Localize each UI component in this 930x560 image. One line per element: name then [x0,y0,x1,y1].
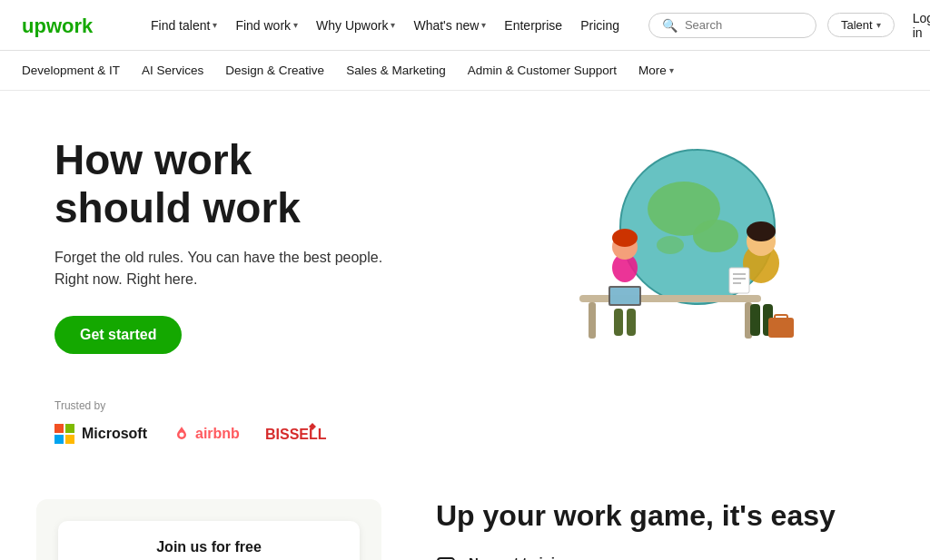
sec-nav-design[interactable]: Design & Creative [225,60,324,81]
svg-rect-6 [579,295,761,302]
chevron-down-icon: ▾ [481,20,486,30]
bissell-logo: BISSELL [265,423,329,445]
no-cost-icon [436,556,456,560]
hero-title: How workshould work [54,136,465,232]
chevron-down-icon: ▾ [293,20,298,30]
secondary-nav: Development & IT AI Services Design & Cr… [0,51,930,91]
svg-rect-15 [627,309,636,336]
feature-item-1: No cost to join Register and browse tale… [436,555,894,560]
sec-nav-ai[interactable]: AI Services [142,60,203,81]
hero-right [465,127,876,363]
nav-find-talent[interactable]: Find talent ▾ [143,15,224,36]
features-title: Up your work game, it's easy [436,499,894,533]
nav-enterprise[interactable]: Enterprise [497,15,569,36]
trusted-section: Trusted by Microsoft airbnb BISSELL [0,381,930,472]
svg-text:BISSELL: BISSELL [265,427,327,442]
sec-nav-sales[interactable]: Sales & Marketing [346,60,446,81]
search-box[interactable]: 🔍 [648,13,816,38]
chevron-down-icon: ▾ [669,65,674,75]
nav-right: 🔍 Talent ▾ Log in Sign up [648,4,930,47]
svg-point-4 [693,220,738,252]
svg-rect-13 [610,288,639,304]
svg-point-27 [180,433,184,437]
svg-point-5 [657,236,684,254]
hero-subtitle: Forget the old rules. You can have the b… [54,247,465,290]
nav-links: Find talent ▾ Find work ▾ Why Upwork ▾ W… [143,15,627,36]
lower-section: Join us for free Freelancer Client [0,472,930,560]
microsoft-logo: Microsoft [54,424,147,444]
svg-text:upwork: upwork [22,15,94,37]
trusted-logos: Microsoft airbnb BISSELL [54,423,876,445]
nav-find-work[interactable]: Find work ▾ [228,15,305,36]
chevron-down-icon: ▾ [391,20,395,30]
feature-1-title: No cost to join [469,555,894,560]
nav-why-upwork[interactable]: Why Upwork ▾ [309,15,402,36]
trusted-label: Trusted by [54,399,876,412]
nav-pricing[interactable]: Pricing [573,15,627,36]
sec-nav-dev-it[interactable]: Development & IT [22,60,120,81]
search-input[interactable] [685,18,803,32]
svg-point-18 [747,221,776,241]
join-card: Join us for free Freelancer Client [36,499,381,560]
hero-section: How workshould work Forget the old rules… [0,91,930,381]
login-button[interactable]: Log in [905,7,930,44]
svg-rect-7 [589,302,596,339]
talent-filter-button[interactable]: Talent ▾ [827,13,895,37]
hero-left: How workshould work Forget the old rules… [54,136,465,354]
chevron-down-icon: ▾ [876,20,881,30]
top-nav: upwork Find talent ▾ Find work ▾ Why Upw… [0,0,930,51]
features-section: Up your work game, it's easy No cost to … [436,499,894,560]
get-started-button[interactable]: Get started [54,316,182,354]
card-title: Join us for free [76,539,341,555]
card-inner: Join us for free Freelancer Client [58,521,360,560]
svg-rect-19 [750,304,760,336]
microsoft-grid-icon [54,424,74,444]
chevron-down-icon: ▾ [213,20,217,30]
nav-whats-new[interactable]: What's new ▾ [406,15,493,36]
svg-rect-23 [729,268,749,293]
logo[interactable]: upwork [22,13,114,38]
airbnb-logo: airbnb [173,425,240,443]
search-icon: 🔍 [662,18,678,33]
svg-rect-14 [614,309,623,336]
sec-nav-admin[interactable]: Admin & Customer Support [468,60,617,81]
sec-nav-more[interactable]: More ▾ [638,60,674,81]
svg-point-11 [612,229,638,247]
